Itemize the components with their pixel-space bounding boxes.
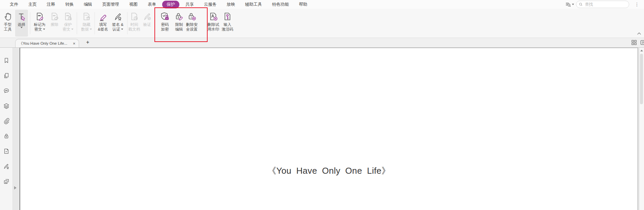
remove-security-settings-button[interactable]: 删除安 全设置 <box>184 10 200 37</box>
document-tab[interactable]: 《You Have Only One Life... × <box>15 39 79 47</box>
menu-special-features[interactable]: 特色功能 <box>267 1 294 8</box>
field-icon[interactable] <box>3 148 10 155</box>
lock-remove-icon <box>187 11 196 22</box>
select-cursor-icon <box>17 11 26 22</box>
collapse-toolbar-button[interactable] <box>637 30 641 36</box>
menu-page-organize[interactable]: 页面管理 <box>97 1 124 8</box>
bookmark-icon[interactable] <box>3 57 10 64</box>
trash-document-icon <box>82 11 91 22</box>
find-input[interactable] <box>584 2 626 7</box>
document-tab-title: 《You Have Only One Life... <box>19 41 70 46</box>
fill-and-sign-button[interactable]: 填写 &签名 <box>96 10 110 37</box>
navigation-panel <box>0 48 13 210</box>
pen-check-icon <box>142 11 152 22</box>
digital-signature-icon[interactable] <box>3 163 10 170</box>
pdf-page: 《You Have Only One Life》 <box>20 48 638 210</box>
menu-comment[interactable]: 注释 <box>42 1 60 8</box>
scrollbar-thumb[interactable] <box>640 54 643 104</box>
reading-mode-icon[interactable] <box>640 40 644 45</box>
hide-data-button: 隐藏 数据 <box>80 10 93 37</box>
redact-document-icon <box>35 11 44 22</box>
key-document-icon <box>223 11 232 22</box>
more-options-icon[interactable]: ⋮ <box>635 2 639 7</box>
watermark-remove-icon <box>209 11 218 22</box>
dropdown-caret-icon <box>71 29 73 30</box>
dropdown-caret-icon <box>43 29 45 30</box>
destinations-icon[interactable] <box>3 178 10 185</box>
expand-panel-handle[interactable] <box>14 186 16 190</box>
verify-button: 验证 <box>141 10 153 37</box>
erase-button: 擦除 <box>48 10 61 37</box>
menu-present[interactable]: 放映 <box>222 1 240 8</box>
layers-icon[interactable] <box>3 102 10 110</box>
tile-pages-icon[interactable] <box>631 40 637 45</box>
menu-edit[interactable]: 编辑 <box>79 1 97 8</box>
document-workspace: 《You Have Only One Life》 <box>0 48 644 210</box>
hand-icon <box>3 11 12 22</box>
find-box[interactable] <box>576 1 629 8</box>
dropdown-caret-icon <box>121 29 123 30</box>
pen-certificate-icon <box>113 11 122 22</box>
dropdown-caret-icon <box>21 27 23 28</box>
ribbon-toolbar: 手型 工具 选择 标记为 密文 <box>0 9 644 38</box>
erase-document-icon <box>50 11 59 22</box>
toolbar-separator <box>30 12 30 34</box>
menu-file[interactable]: 文件 <box>5 1 23 8</box>
lock-pencil-icon <box>174 11 184 22</box>
menu-convert[interactable]: 转换 <box>60 1 79 8</box>
search-filter-button[interactable] <box>565 2 574 7</box>
menu-accessibility[interactable]: 辅助工具 <box>240 1 267 8</box>
protect-redaction-button: 保护 密文 <box>61 10 75 37</box>
marker-pen-icon <box>98 11 108 22</box>
menu-bar: 文件 主页 注释 转换 编辑 页面管理 视图 表单 保护 共享 云服务 放映 辅… <box>0 0 644 9</box>
sign-and-certify-button[interactable]: 签名 & 认证 <box>110 10 126 37</box>
new-tab-button[interactable]: + <box>86 39 89 45</box>
shield-lock-icon <box>160 11 170 22</box>
menu-help[interactable]: 帮助 <box>294 1 313 8</box>
security-icon[interactable] <box>3 132 10 140</box>
menu-view[interactable]: 视图 <box>124 1 143 8</box>
chevron-down-icon <box>572 4 574 5</box>
page-thumbnails-icon[interactable] <box>3 72 10 79</box>
toolbar-separator <box>77 12 77 34</box>
menu-protect-active[interactable]: 保护 <box>162 1 179 8</box>
lock-document-icon <box>63 11 73 22</box>
clock-document-icon <box>130 11 139 22</box>
menu-cloud[interactable]: 云服务 <box>199 1 222 8</box>
mark-for-redaction-button[interactable]: 标记为 密文 <box>32 10 47 37</box>
password-encrypt-button[interactable]: 密码 加密 <box>157 10 172 37</box>
page-title: 《You Have Only One Life》 <box>20 165 638 177</box>
close-tab-icon[interactable]: × <box>73 41 75 46</box>
timestamp-document-button: 时间 戳文档 <box>127 10 142 37</box>
pdf-editor-window: 文件 主页 注释 转换 编辑 页面管理 视图 表单 保护 共享 云服务 放映 辅… <box>0 0 644 210</box>
vertical-scrollbar[interactable] <box>639 48 644 210</box>
menu-form[interactable]: 表单 <box>143 1 161 8</box>
document-tab-bar: 《You Have Only One Life... × + <box>0 38 644 48</box>
dropdown-caret-icon <box>90 29 92 30</box>
filter-search-icon <box>565 2 571 7</box>
scroll-up-arrow-icon[interactable] <box>640 50 643 51</box>
hand-tool-button[interactable]: 手型 工具 <box>1 10 14 37</box>
menu-home[interactable]: 主页 <box>23 1 42 8</box>
attachments-icon[interactable] <box>3 117 10 125</box>
enter-activation-code-button[interactable]: 输入 激活码 <box>221 10 234 37</box>
select-tool-button[interactable]: 选择 <box>15 10 28 37</box>
toolbar-separator <box>95 12 95 34</box>
search-icon <box>579 2 582 6</box>
menu-share[interactable]: 共享 <box>180 1 199 8</box>
remove-trial-watermark-button[interactable]: 删除试 用水印 <box>207 10 220 37</box>
comments-icon[interactable] <box>3 87 10 94</box>
chevron-up-icon <box>637 32 641 35</box>
